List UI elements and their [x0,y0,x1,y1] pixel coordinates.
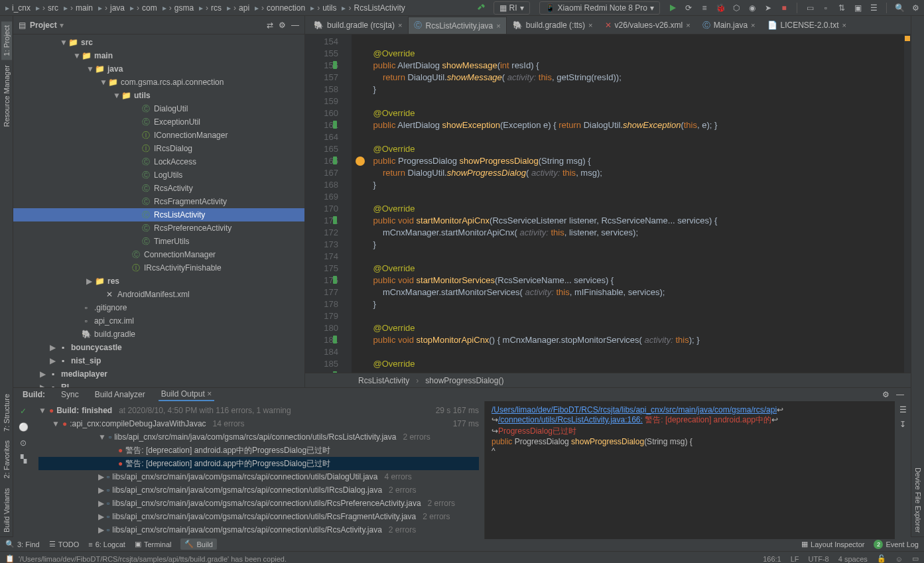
strip-resource-mgr[interactable]: Resource Manager [1,61,12,131]
tree-com.gsma.rcs.api.connection[interactable]: ▼📁com.gsma.rcs.api.connection [13,76,304,89]
hide-icon[interactable]: — [896,390,904,399]
tree-IRcsActivityFinishable[interactable]: ⒾIRcsActivityFinishable [13,261,304,275]
hammer-icon[interactable] [475,2,487,14]
tree-nist_sip[interactable]: ▶▪nist_sip [13,354,304,367]
strip-favorites[interactable]: 2: Favorites [1,436,12,482]
code-editor[interactable]: 1541551561571581591601611641651661671681… [305,34,911,373]
cursor-pos[interactable]: 166:1 [763,555,781,563]
device-mgr-icon[interactable]: ▣ [852,2,864,14]
tool-event-log[interactable]: 2 Event Log [874,540,919,549]
breadcrumb-RcsListActivity[interactable]: ▸ › RcsListActivity [339,3,407,13]
settings-icon[interactable]: ⚙ [909,2,921,14]
soft-wrap-icon[interactable]: ☰ [899,405,907,414]
avd-icon[interactable]: ▭ [804,2,816,14]
tree-RcsListActivity[interactable]: ⒸRcsListActivity [13,208,304,221]
warning-marker[interactable] [905,36,910,41]
strip-structure[interactable]: 7: Structure [1,390,12,436]
tree-api_cnx.iml[interactable]: ▫api_cnx.iml [13,314,304,328]
run-config-select[interactable]: ▦ RI ▾ [494,1,530,15]
stop-icon[interactable]: ■ [778,2,790,14]
tab-RcsListActivity.java[interactable]: ⒸRcsListActivity.java× [408,17,506,34]
inspect-icon[interactable]: ☺ [895,555,903,563]
build-row[interactable]: ▶▫libs/api_cnx/src/main/java/com/gsma/rc… [38,497,479,510]
profile-icon[interactable]: ◉ [746,2,758,14]
tree-ExceptionUtil[interactable]: ⒸExceptionUtil [13,115,304,129]
attach-icon[interactable]: ➤ [762,2,774,14]
tree-res[interactable]: ▶📁res [13,275,304,288]
tab-build.gradle (:tts)[interactable]: 🐘build.gradle (:tts)× [507,17,599,34]
breadcrumb-rcs[interactable]: ▸ › rcs [196,3,224,13]
encoding[interactable]: UTF-8 [809,555,829,563]
hide-icon[interactable]: — [291,21,299,30]
tab-LICENSE-2.0.txt[interactable]: 📄LICENSE-2.0.txt× [761,17,852,34]
tool-todo[interactable]: ☰ TODO [49,540,80,548]
tree-RcsActivity[interactable]: ⒸRcsActivity [13,182,304,195]
breadcrumb-gsma[interactable]: ▸ › gsma [160,3,196,13]
tree-bouncycastle[interactable]: ▶▪bouncycastle [13,341,304,354]
filter-icon[interactable]: ⚪ [17,421,29,433]
sdk-icon[interactable]: ▫ [820,2,832,14]
tree-main[interactable]: ▼📁main [13,49,304,62]
memory-icon[interactable]: ▭ [912,554,919,563]
sync-icon[interactable]: ⇅ [836,2,848,14]
breadcrumb-utils[interactable]: ▸ › utils [308,3,339,13]
build-tree[interactable]: ▼ ● Build: finished at 2020/8/10, 4:50 P… [33,401,484,539]
indent[interactable]: 4 spaces [838,555,868,563]
run-icon[interactable] [667,2,679,14]
tree-RcsPreferenceActivity[interactable]: ⒸRcsPreferenceActivity [13,221,304,235]
coverage-icon[interactable]: ⬡ [730,2,742,14]
tree-.gitignore[interactable]: ▫.gitignore [13,301,304,314]
device-select[interactable]: 📱 Xiaomi Redmi Note 8 Pro ▾ [539,1,660,15]
gear-icon[interactable]: ⚙ [882,390,890,399]
intention-bulb-icon[interactable] [356,156,365,166]
tool-logcat[interactable]: ≡ 6: Logcat [88,540,125,548]
build-row[interactable]: ▶▫libs/api_cnx/src/main/java/com/gsma/rc… [38,523,479,536]
strip-build-variants[interactable]: Build Variants [1,484,12,536]
tree-RI[interactable]: ▶▪RI [13,381,304,387]
select-opened-icon[interactable]: ⇄ [267,21,273,30]
tab-build-output[interactable]: Build Output × [159,388,214,401]
build-row[interactable]: ●警告: [deprecation] android.app中的Progress… [38,444,479,457]
line-sep[interactable]: LF [791,555,799,563]
tree-utils[interactable]: ▼📁utils [13,89,304,102]
tree-IConnectionManager[interactable]: ⒾIConnectionManager [13,129,304,142]
scroll-end-icon[interactable]: ↧ [899,420,906,429]
apply-changes-icon[interactable]: ⟳ [683,2,694,14]
breadcrumb-connection[interactable]: ▸ › connection [252,3,308,13]
tree-TimerUtils[interactable]: ⒸTimerUtils [13,235,304,248]
tool-terminal[interactable]: ▣ Terminal [135,540,172,548]
breadcrumb-api[interactable]: ▸ › api [224,3,252,13]
build-row[interactable]: ▶▫libs/api_cnx/src/main/java/com/gsma/rc… [38,510,479,523]
readonly-icon[interactable]: 🔓 [877,554,886,563]
tree-build.gradle[interactable]: 🐘build.gradle [13,328,304,341]
tab-Main.java[interactable]: ⒸMain.java× [696,17,761,34]
apply-code-icon[interactable]: ≡ [698,2,710,14]
structure-icon[interactable]: ☰ [868,2,880,14]
build-row[interactable]: ●警告: [deprecation] android.app中的Progress… [38,457,479,470]
build-row[interactable]: ▶▫libs/api_cnx/src/main/java/com/gsma/rc… [38,470,479,483]
tree-java[interactable]: ▼📁java [13,62,304,76]
tool-build[interactable]: 🔨 Build [180,538,216,550]
project-tree[interactable]: ▼📁src▼📁main▼📁java▼📁com.gsma.rcs.api.conn… [13,34,304,387]
tree-DialogUtil[interactable]: ⒸDialogUtil [13,102,304,115]
editor-breadcrumb[interactable]: RcsListActivity›showProgressDialog() [305,373,911,387]
search-icon[interactable]: 🔍 [893,2,905,14]
debug-icon[interactable]: 🐞 [714,2,726,14]
tool-find[interactable]: 🔍 3: Find [5,540,40,548]
breadcrumb-java[interactable]: ▸ › java [96,3,127,13]
breadcrumb-main[interactable]: ▸ › main [61,3,96,13]
tree-LockAccess[interactable]: ⒸLockAccess [13,155,304,168]
breadcrumb-src[interactable]: ▸ › src [33,3,61,13]
strip-device-explorer[interactable]: Device File Explorer [913,464,923,536]
toggle-icon[interactable]: ⊙ [17,437,29,449]
expand-icon[interactable]: ▚ [17,453,29,465]
tree-RcsFragmentActivity[interactable]: ⒸRcsFragmentActivity [13,195,304,208]
tree-LogUtils[interactable]: ⒸLogUtils [13,168,304,182]
tool-layout-inspector[interactable]: ▦ Layout Inspector [801,540,864,549]
project-title[interactable]: Project [30,21,57,30]
breadcrumb-com[interactable]: ▸ › com [127,3,160,13]
build-output-text[interactable]: /Users/limao/dev/FiboDT/RCS/rcsjta/libs/… [484,401,895,539]
strip-project[interactable]: 1: Project [1,21,12,60]
tree-src[interactable]: ▼📁src [13,36,304,49]
rerun-icon[interactable]: ✓ [17,405,29,417]
